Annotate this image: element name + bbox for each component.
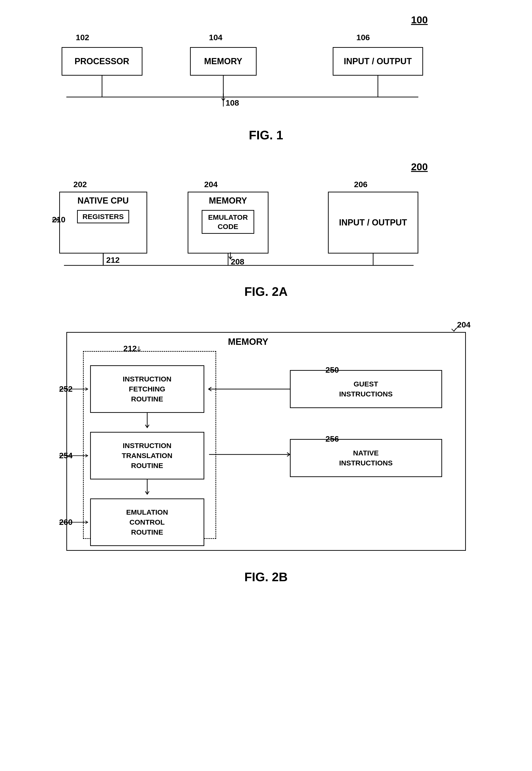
fig2b-ref-250: 250 <box>326 365 339 375</box>
fig2a-ref-204: 204 <box>204 180 218 189</box>
fig2b-arrow-guest-fetch <box>204 384 295 394</box>
guest-instructions-box: GUESTINSTRUCTIONS <box>290 370 442 408</box>
fig2b-arrow-trans-emul <box>142 479 157 498</box>
emulator-code-box: EMULATORCODE <box>202 210 254 234</box>
memory-box-fig2a: MEMORY EMULATORCODE <box>188 192 268 254</box>
fig2a-ref-206: 206 <box>354 180 368 189</box>
fig1-label: FIG. 1 <box>249 128 283 142</box>
fig2b-section: 204 MEMORY 212 INSTRUCTIONFETCHINGROUTIN… <box>19 318 513 584</box>
fig2b-arrow-fetch-trans <box>142 413 157 432</box>
fig1-ref-104: 104 <box>209 33 223 42</box>
fig1-diagram-number: 100 <box>411 14 428 26</box>
fig2a-arrow-210 <box>52 217 62 222</box>
fig2b-arrow-212 <box>135 346 142 353</box>
io-box-fig2a: INPUT / OUTPUT <box>328 192 418 254</box>
fig1-ref-102: 102 <box>76 33 89 42</box>
fig2b-ref-212: 212 <box>123 344 137 353</box>
fig1-bus-arrow <box>220 93 227 108</box>
fig2b-ref-256: 256 <box>326 434 339 444</box>
fig2b-arrow-260 <box>59 520 91 525</box>
memory-box-fig1: MEMORY <box>190 47 257 76</box>
fig2b-arrow-204 <box>447 319 466 333</box>
memory-label-fig2b: MEMORY <box>228 337 268 347</box>
native-cpu-box: NATIVE CPU REGISTERS <box>59 192 147 254</box>
fig2a-label: FIG. 2A <box>244 284 288 299</box>
fig2b-arrow-252 <box>59 387 91 391</box>
emulation-control-box: EMULATIONCONTROLROUTINE <box>90 498 204 546</box>
fig2a-ref-212: 212 <box>106 255 120 265</box>
io-box-fig1: INPUT / OUTPUT <box>333 47 423 76</box>
instruction-fetching-box: INSTRUCTIONFETCHINGROUTINE <box>90 365 204 413</box>
fig1-diagram: 102 104 106 PROCESSOR MEMORY INPUT / OUT… <box>52 28 480 118</box>
fig2b-arrow-trans-native <box>204 450 295 459</box>
main-container: 100 102 104 106 PROCESSOR MEMORY INPUT /… <box>19 14 513 584</box>
registers-box: REGISTERS <box>77 210 129 223</box>
fig2a-arrow-208 <box>227 252 234 267</box>
fig1-ref-108: 108 <box>226 98 239 107</box>
fig2b-arrow-254 <box>59 453 91 458</box>
fig2a-section: 200 202 204 206 NATIVE CPU REGISTERS 210 <box>19 161 513 299</box>
fig2a-diagram: 202 204 206 NATIVE CPU REGISTERS 210 MEM… <box>52 175 480 275</box>
instruction-translation-box: INSTRUCTIONTRANSLATIONROUTINE <box>90 432 204 479</box>
fig2a-diagram-number: 200 <box>411 161 428 173</box>
fig2b-label: FIG. 2B <box>244 570 288 584</box>
fig1-ref-106: 106 <box>356 33 370 42</box>
fig2b-diagram: 204 MEMORY 212 INSTRUCTIONFETCHINGROUTIN… <box>52 318 480 560</box>
processor-box: PROCESSOR <box>62 47 142 76</box>
fig2a-ref-202: 202 <box>73 180 87 189</box>
native-instructions-box: NATIVEINSTRUCTIONS <box>290 439 442 477</box>
fig1-section: 100 102 104 106 PROCESSOR MEMORY INPUT /… <box>19 14 513 142</box>
